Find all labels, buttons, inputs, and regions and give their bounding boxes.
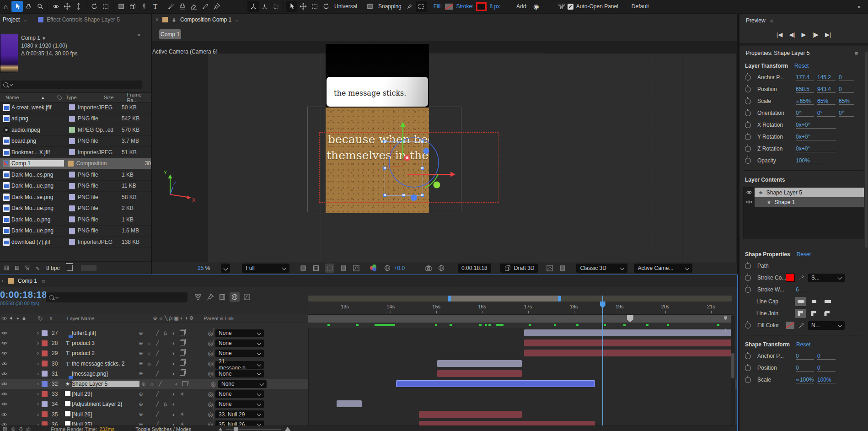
expand-transfer-icon[interactable] — [11, 427, 16, 431]
eyedropper-icon[interactable] — [798, 323, 804, 329]
file-row-comp[interactable]: Comp 1Composition30 — [0, 158, 151, 170]
layer-row[interactable]: ›32★Shape Layer 5⊕☼╱◐◎None — [0, 379, 737, 389]
eyedropper-icon[interactable] — [798, 275, 804, 281]
pick-whip-icon[interactable]: ◎ — [205, 360, 215, 367]
stopwatch-icon[interactable] — [745, 377, 751, 383]
layer-duration-bar[interactable] — [524, 350, 733, 356]
layer-track[interactable] — [308, 379, 732, 389]
fill-label[interactable]: Fill: — [434, 3, 442, 10]
type-tool-icon[interactable]: T — [150, 1, 161, 12]
layer-track[interactable] — [308, 328, 732, 338]
timeline-zoom-slider[interactable] — [219, 427, 291, 431]
label-color-swatch[interactable] — [42, 371, 48, 377]
orbit-camera-tool-icon[interactable] — [50, 1, 61, 12]
show-snapshot-icon[interactable] — [438, 264, 445, 272]
layer-switches[interactable]: ⊕╱◐✳ — [137, 391, 205, 397]
layer-switches[interactable]: ⊕╱fx◐ — [137, 401, 205, 407]
layer-duration-bar[interactable] — [524, 339, 733, 346]
auto-open-checkbox[interactable]: ✓ — [568, 4, 573, 10]
eye-icon[interactable] — [1, 351, 8, 355]
expand-switches-icon[interactable] — [3, 427, 7, 431]
rotation-tool-icon[interactable] — [88, 1, 100, 12]
line-cap-butt-button[interactable] — [808, 297, 820, 306]
layer-track[interactable] — [308, 399, 732, 409]
dolly-camera-tool-icon[interactable] — [73, 1, 84, 12]
line-join-bevel-button[interactable] — [821, 309, 833, 318]
auto-open-label[interactable]: Auto-Open Panel — [576, 3, 618, 10]
layer-track[interactable] — [308, 389, 732, 399]
waveform-icon[interactable]: ∿ — [35, 265, 40, 271]
layer-name[interactable]: [Null 26] — [72, 411, 137, 418]
eye-icon[interactable] — [744, 199, 755, 205]
pick-whip-icon[interactable]: ◎ — [205, 340, 215, 347]
layer-switches[interactable]: ⊕╱fx◐ — [137, 330, 205, 336]
zoom-dropdown[interactable] — [221, 264, 230, 273]
solo-column-icon[interactable]: ● — [16, 316, 19, 321]
anchor-x[interactable]: 177.4 — [796, 74, 814, 81]
expand-arrow-icon[interactable]: › — [34, 350, 42, 356]
shape-anchor-y[interactable]: 0 — [817, 353, 836, 360]
stopwatch-icon[interactable] — [745, 323, 751, 329]
eraser-tool-icon[interactable] — [188, 1, 199, 12]
frame-blend-icon[interactable] — [219, 293, 226, 301]
file-row[interactable]: Dark Mo...es.pngPNG file1 KB — [0, 169, 151, 181]
properties-scrollbar[interactable] — [865, 51, 868, 248]
parent-dropdown[interactable]: None — [215, 339, 264, 347]
time-navigator-thumb[interactable] — [450, 296, 558, 302]
graph-editor-icon[interactable] — [243, 293, 251, 301]
stroke-label[interactable]: Stroke: — [456, 3, 473, 10]
project-tab-overflow-icon[interactable]: » — [137, 31, 140, 38]
stopwatch-icon[interactable] — [745, 263, 751, 269]
layer-track[interactable] — [308, 359, 732, 369]
label-color-swatch[interactable] — [42, 361, 48, 366]
joint-pin-tool-icon[interactable] — [247, 1, 259, 12]
layer-track[interactable] — [308, 369, 732, 379]
fill-type-dropdown[interactable]: N... — [808, 321, 845, 330]
col-layer-name[interactable]: Layer Name — [67, 316, 95, 321]
tab-composition[interactable]: Composition Comp 1 — [180, 16, 231, 23]
nav-handle-left[interactable] — [448, 296, 451, 302]
file-row[interactable]: Dark Mo...ue.pngPNG file1.6 MB — [0, 226, 151, 237]
comp-breadcrumb-chip[interactable]: Comp 1 — [159, 29, 181, 39]
parent-dropdown[interactable]: None — [215, 400, 264, 408]
roto-brush-tool-icon[interactable] — [100, 1, 111, 12]
layer-duration-bar[interactable] — [524, 329, 733, 336]
layer-row[interactable]: ›31[message.png]⊕╱◐◎None — [0, 369, 737, 379]
pick-whip-icon[interactable]: ◎ — [205, 411, 215, 418]
expand-arrow-icon[interactable]: › — [34, 330, 42, 336]
toggle-switches-button[interactable]: Toggle Switches / Modes — [135, 426, 191, 431]
work-area-bar[interactable] — [308, 315, 732, 323]
eye-icon[interactable] — [1, 372, 8, 376]
stroke-color-swatch[interactable] — [786, 274, 795, 282]
audio-column-icon[interactable] — [9, 316, 14, 321]
layer-row[interactable]: ›34[Adjustment Layer 2]⊕╱fx◐◎None — [0, 399, 737, 409]
layer-name[interactable]: [offer1.jfif] — [72, 330, 137, 336]
anchor-y[interactable]: 145.2 — [817, 74, 836, 81]
extended-viewer-icon[interactable] — [559, 264, 566, 272]
puppet-pin-tool-icon[interactable] — [211, 1, 222, 12]
shape-transform-reset[interactable]: Reset — [796, 341, 810, 348]
fast-previews-icon[interactable] — [300, 264, 307, 272]
col-hash[interactable]: # — [49, 316, 52, 321]
parent-dropdown[interactable]: None — [218, 380, 267, 388]
layer-name[interactable]: product 2 — [72, 350, 137, 356]
preview-menu-icon[interactable]: ≡ — [770, 17, 774, 24]
layer-duration-bar[interactable] — [437, 370, 522, 377]
position-x[interactable]: 658.5 — [796, 86, 814, 93]
label-color-swatch[interactable] — [42, 411, 48, 417]
shape-anchor-x[interactable]: 0 — [796, 353, 814, 360]
snap-marquee-icon[interactable] — [416, 1, 427, 12]
pick-whip-icon[interactable]: ◎ — [205, 330, 215, 337]
layer-duration-bar[interactable] — [437, 360, 522, 367]
layer-track[interactable] — [308, 338, 732, 348]
last-frame-button[interactable]: ▶| — [825, 31, 831, 38]
stopwatch-icon[interactable] — [745, 275, 751, 281]
layer-switches[interactable]: ⊕╱◐ — [137, 371, 205, 377]
col-frame[interactable]: Frame Ra... — [127, 92, 151, 103]
comp-lock-icon[interactable] — [171, 17, 177, 22]
stopwatch-icon[interactable] — [745, 158, 751, 164]
layer-name[interactable]: [message.png] — [72, 371, 137, 377]
file-row[interactable]: Bookmar... X.jfifImporterJPEG51 KB — [0, 147, 151, 158]
comp-panel-menu-icon[interactable]: ≡ — [235, 16, 239, 23]
project-panel-menu-icon[interactable]: ≡ — [23, 16, 27, 23]
